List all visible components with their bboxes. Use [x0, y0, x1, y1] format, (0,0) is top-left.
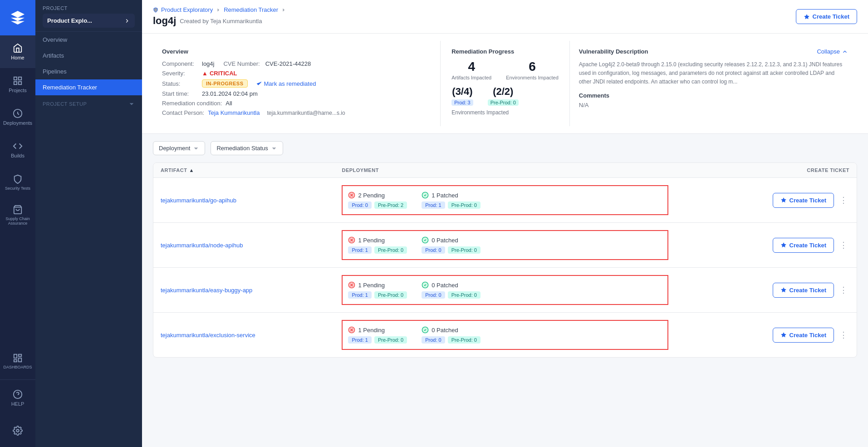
mark-remediated-button[interactable]: Mark as remediated	[256, 80, 316, 87]
sidebar-item-builds[interactable]: Builds	[0, 133, 35, 166]
start-time-value: 23.01.2024 02:04 pm	[202, 90, 258, 97]
vuln-header: Vulnerability Description Collapse	[579, 48, 848, 55]
sidebar-label-projects: Projects	[9, 88, 27, 93]
artifact-link-3[interactable]: tejakummarikuntla/exclusion-service	[161, 332, 255, 339]
actions-cell-0: Create Ticket ⋮	[668, 193, 849, 208]
contact-row: Contact Person: Teja Kummarikuntla teja.…	[162, 109, 431, 116]
nav-item-artifacts[interactable]: Artifacts	[35, 48, 142, 64]
pending-status-1: 1 Pending	[348, 236, 407, 244]
artifact-link-2[interactable]: tejakummarikuntla/easy-buggy-app	[161, 287, 252, 294]
breadcrumb-remediation-tracker[interactable]: Remediation Tracker	[224, 6, 278, 13]
svg-rect-8	[19, 358, 21, 362]
deployment-cell-0: 2 Pending Prod: 0 Pre-Prod: 2 1 Patched	[342, 185, 668, 215]
sidebar-logo[interactable]	[0, 0, 35, 35]
page-title: log4j Created by Teja Kummarikuntla	[153, 15, 286, 27]
start-time-label: Start time:	[162, 90, 198, 97]
sidebar: Home Projects Deployments Builds Securit…	[0, 0, 35, 447]
artifact-cell-1: tejakummarikuntla/node-apihub	[161, 242, 342, 249]
sidebar-label-help: HELP	[11, 401, 25, 407]
nav-item-pipelines[interactable]: Pipelines	[35, 64, 142, 79]
filter-row: Deployment Remediation Status	[153, 141, 857, 155]
table-section: Deployment Remediation Status ARTIFACT ▲…	[142, 134, 868, 447]
progress-fractions: (3/4) Prod: 3 (2/2) Pre-Prod: 0	[451, 86, 559, 106]
sidebar-item-home[interactable]: Home	[0, 35, 35, 68]
artifact-link-1[interactable]: tejakummarikuntla/node-apihub	[161, 242, 243, 249]
patched-badges-0: Prod: 1 Pre-Prod: 0	[422, 201, 481, 209]
create-ticket-row-2[interactable]: Create Ticket	[773, 283, 834, 298]
col-header-create-ticket: CREATE TICKET	[668, 167, 849, 173]
component-value: log4j	[202, 60, 214, 67]
pending-prod-1: Prod: 1	[348, 246, 371, 254]
status-label: Status:	[162, 80, 198, 87]
patched-preprod-1: Pre-Prod: 0	[448, 246, 481, 254]
deployment-cell-1: 1 Pending Prod: 1 Pre-Prod: 0 0 Patched	[342, 230, 668, 260]
overview-card: Overview Component: log4j CVE Number: CV…	[153, 41, 441, 126]
project-selector[interactable]: Product Explo...	[43, 14, 135, 28]
pending-preprod-2: Pre-Prod: 0	[374, 291, 407, 299]
header-left: Product Exploratory Remediation Tracker …	[153, 6, 286, 27]
prod-badge: Prod: 3	[451, 99, 473, 106]
pending-group-1: 1 Pending Prod: 1 Pre-Prod: 0	[348, 236, 407, 254]
severity-row: Severity: ▲ CRITICAL	[162, 70, 431, 77]
more-options-0[interactable]: ⋮	[838, 193, 849, 207]
patched-status-3: 0 Patched	[422, 326, 481, 334]
patched-prod-3: Prod: 0	[422, 336, 445, 344]
sidebar-label-deployments: Deployments	[3, 120, 32, 126]
patched-status-1: 0 Patched	[422, 236, 481, 244]
more-options-1[interactable]: ⋮	[838, 238, 849, 252]
table-row: tejakummarikuntla/go-apihub 2 Pending Pr…	[153, 178, 857, 223]
create-ticket-row-0[interactable]: Create Ticket	[773, 193, 834, 208]
vulnerability-card: Vulnerability Description Collapse Apach…	[570, 41, 857, 126]
cve-label: CVE Number:	[223, 60, 260, 67]
project-name: Product Explo...	[47, 17, 92, 24]
artifact-link-0[interactable]: tejakummarikuntla/go-apihub	[161, 197, 236, 204]
left-panel: Project Product Explo... Overview Artifa…	[35, 0, 142, 447]
pending-prod-3: Prod: 1	[348, 336, 371, 344]
svg-rect-7	[19, 354, 21, 357]
svg-marker-18	[781, 197, 786, 202]
more-options-2[interactable]: ⋮	[838, 283, 849, 297]
patched-group-1: 0 Patched Prod: 0 Pre-Prod: 0	[422, 236, 481, 254]
sidebar-item-supply-chain[interactable]: Supply Chain Assurance	[0, 199, 35, 231]
artifact-cell-3: tejakummarikuntla/exclusion-service	[161, 332, 342, 339]
sidebar-item-dashboards[interactable]: DASHBOARDS	[0, 345, 35, 378]
deployment-filter[interactable]: Deployment	[153, 141, 205, 155]
create-ticket-header-button[interactable]: Create Ticket	[796, 9, 857, 24]
nav-item-remediation-tracker[interactable]: Remediation Tracker	[35, 79, 142, 95]
svg-rect-1	[19, 77, 21, 80]
more-options-3[interactable]: ⋮	[838, 328, 849, 342]
patched-preprod-0: Pre-Prod: 0	[448, 201, 481, 209]
create-ticket-row-1[interactable]: Create Ticket	[773, 238, 834, 253]
remediation-status-filter[interactable]: Remediation Status	[211, 141, 283, 155]
sidebar-item-security-tests[interactable]: Security Tests	[0, 166, 35, 199]
pending-prod-0: Prod: 0	[348, 201, 371, 209]
patched-preprod-3: Pre-Prod: 0	[448, 336, 481, 344]
project-setup-section[interactable]: PROJECT SETUP	[35, 95, 142, 110]
nav-item-overview[interactable]: Overview	[35, 32, 142, 48]
breadcrumb-product-exploratory[interactable]: Product Exploratory	[161, 6, 213, 13]
sidebar-item-settings[interactable]	[0, 414, 35, 447]
pending-preprod-0: Pre-Prod: 2	[374, 201, 407, 209]
sidebar-item-help[interactable]: HELP	[0, 382, 35, 414]
artifact-cell-2: tejakummarikuntla/easy-buggy-app	[161, 287, 342, 294]
status-row: Status: IN-PROGRESS Mark as remediated	[162, 79, 431, 88]
sidebar-item-deployments[interactable]: Deployments	[0, 101, 35, 133]
component-label: Component:	[162, 60, 198, 67]
collapse-button[interactable]: Collapse	[817, 48, 848, 55]
page-header: Product Exploratory Remediation Tracker …	[142, 0, 868, 34]
patched-group-3: 0 Patched Prod: 0 Pre-Prod: 0	[422, 326, 481, 344]
table-container: ARTIFACT ▲ DEPLOYMENT CREATE TICKET teja…	[153, 162, 857, 358]
sidebar-item-projects[interactable]: Projects	[0, 68, 35, 101]
preprod-fraction: (2/2) Pre-Prod: 0	[488, 86, 519, 106]
contact-name: Teja Kummarikuntla	[208, 109, 260, 116]
patched-preprod-2: Pre-Prod: 0	[448, 291, 481, 299]
comments-value: N/A	[579, 102, 848, 108]
pending-badges-2: Prod: 1 Pre-Prod: 0	[348, 291, 407, 299]
create-ticket-row-3[interactable]: Create Ticket	[773, 328, 834, 343]
main-content: Product Exploratory Remediation Tracker …	[142, 0, 868, 447]
info-section: Overview Component: log4j CVE Number: CV…	[142, 34, 868, 134]
pending-badges-3: Prod: 1 Pre-Prod: 0	[348, 336, 407, 344]
svg-rect-6	[14, 354, 17, 358]
sidebar-label-home: Home	[11, 55, 24, 60]
patched-prod-2: Prod: 0	[422, 291, 445, 299]
